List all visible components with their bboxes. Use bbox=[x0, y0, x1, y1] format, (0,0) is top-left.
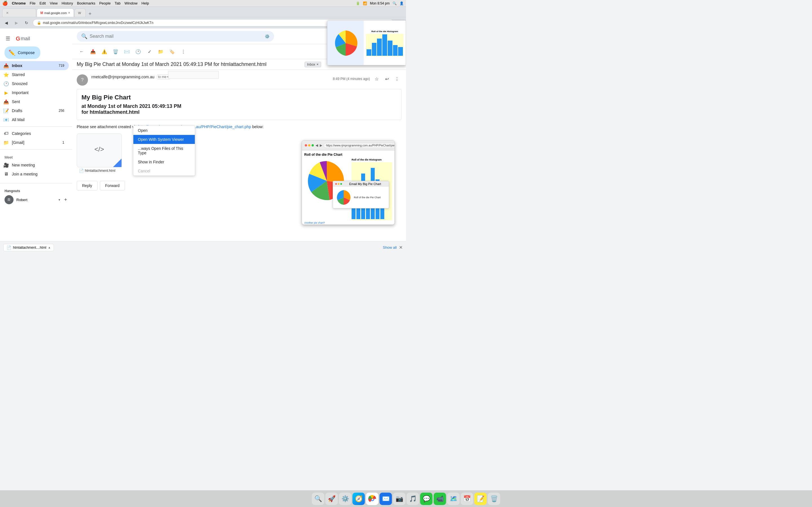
tab-close-btn[interactable]: ✕ bbox=[68, 11, 70, 14]
sidebar-item-categories[interactable]: 🏷 Categories bbox=[0, 129, 69, 138]
inbox-badge: 719 bbox=[59, 64, 64, 68]
inbox-tag-close[interactable]: ✕ bbox=[316, 63, 319, 66]
app-name[interactable]: Chrome bbox=[12, 1, 26, 5]
search-bar[interactable]: 🔍 ⚙️ bbox=[77, 31, 274, 42]
menu-tab[interactable]: Tab bbox=[114, 1, 120, 5]
gmail-folder-label: [Gmail] bbox=[12, 140, 59, 145]
compose-button[interactable]: ✏️ Compose bbox=[4, 47, 40, 59]
menu-help[interactable]: Help bbox=[142, 1, 149, 5]
tab-gmail[interactable]: M mail.google.com ✕ bbox=[37, 8, 74, 17]
sidebar-item-drafts[interactable]: 📝 Drafts 256 bbox=[0, 106, 69, 115]
move-to-button[interactable]: 📁 bbox=[156, 47, 166, 57]
refresh-button[interactable]: ↻ bbox=[22, 19, 31, 27]
email-big-title: My Big Pie Chart bbox=[82, 94, 397, 101]
menu-edit[interactable]: Edit bbox=[40, 1, 46, 5]
sidebar-item-inbox[interactable]: 📥 Inbox 719 bbox=[0, 61, 69, 70]
safari-window-header: ◀ ▶ https://www.rjmprogramming.com.au/PH… bbox=[302, 140, 395, 151]
tab-close-icon[interactable]: ✕ bbox=[2, 8, 36, 17]
more-actions-button[interactable]: ⋮ bbox=[393, 74, 402, 83]
apple-menu[interactable]: 🍎 bbox=[2, 1, 8, 6]
download-item[interactable]: 📄 htmlattachment....html ▲ bbox=[3, 244, 54, 251]
sidebar-item-join-meeting[interactable]: 🖥 Join a meeting bbox=[0, 170, 69, 179]
sidebar-item-gmail-folder[interactable]: 📁 [Gmail] 1 bbox=[0, 138, 69, 147]
attachment-name: htmlattachment.html bbox=[85, 169, 115, 173]
hangout-name: Robert bbox=[16, 198, 55, 202]
back-button[interactable]: ◀ bbox=[2, 19, 10, 27]
sidebar-item-all-mail[interactable]: 📧 All Mail bbox=[0, 115, 69, 124]
context-menu-always-open[interactable]: ...ways Open Files of This Type bbox=[133, 144, 195, 158]
tab-extra[interactable]: W bbox=[74, 8, 86, 17]
more-button[interactable]: ⋮ bbox=[178, 47, 188, 57]
reply-input[interactable] bbox=[168, 71, 219, 79]
hamburger-button[interactable]: ☰ bbox=[2, 33, 13, 44]
gmail-logo-text: mail bbox=[21, 36, 30, 42]
menu-bookmarks[interactable]: Bookmarks bbox=[77, 1, 95, 5]
bottom-bar-close-button[interactable]: ✕ bbox=[399, 245, 403, 250]
drafts-icon: 📝 bbox=[3, 108, 9, 114]
safari-url-bar[interactable]: https://www.rjmprogramming.com.au/PHP/Pi… bbox=[324, 143, 395, 148]
drafts-badge: 256 bbox=[59, 109, 64, 113]
search-input[interactable] bbox=[90, 34, 262, 39]
safari-fwd-btn[interactable]: ▶ bbox=[320, 144, 322, 147]
gmail-tab-icon: M bbox=[40, 11, 43, 15]
menu-file[interactable]: File bbox=[30, 1, 36, 5]
menu-people[interactable]: People bbox=[99, 1, 110, 5]
menu-history[interactable]: History bbox=[61, 1, 73, 5]
download-file-icon: 📄 bbox=[6, 245, 11, 250]
show-all-button[interactable]: Show all bbox=[383, 245, 397, 249]
video-icon: 🎥 bbox=[3, 163, 9, 168]
hangout-avatar: R bbox=[4, 195, 13, 204]
inbox-tag-label: Inbox bbox=[307, 62, 315, 66]
context-menu-show-finder[interactable]: Show in Finder bbox=[133, 158, 195, 166]
menu-window[interactable]: Window bbox=[124, 1, 137, 5]
hangout-status-icon: ▼ bbox=[58, 198, 61, 202]
sidebar-item-starred[interactable]: ⭐ Starred bbox=[0, 70, 69, 79]
star-email-button[interactable]: ☆ bbox=[372, 74, 381, 83]
reply-button[interactable]: ↩ bbox=[382, 74, 391, 83]
forward-email-button[interactable]: Forward bbox=[100, 181, 125, 190]
pie-slice-1 bbox=[327, 161, 344, 184]
code-icon: </> bbox=[94, 145, 104, 153]
hist-bar-1 bbox=[352, 208, 356, 219]
sidebar-item-sent[interactable]: 📤 Sent bbox=[0, 97, 69, 106]
safari-dots bbox=[305, 144, 314, 147]
hangout-user-row[interactable]: R Robert ▼ + bbox=[0, 194, 72, 205]
safari-dot-minimize[interactable] bbox=[308, 144, 310, 147]
inbox-tag[interactable]: Inbox ✕ bbox=[305, 62, 321, 67]
sidebar-item-important[interactable]: ▶ Important bbox=[0, 88, 69, 97]
context-menu-open[interactable]: Open bbox=[133, 126, 195, 135]
label-button[interactable]: 🏷️ bbox=[167, 47, 177, 57]
inbox-icon: 📥 bbox=[3, 63, 9, 68]
thumb-bars bbox=[366, 34, 403, 56]
sidebar-item-new-meeting[interactable]: 🎥 New meeting bbox=[0, 161, 69, 170]
attachment-preview[interactable]: </> bbox=[77, 133, 122, 167]
safari-dot-close[interactable] bbox=[305, 144, 307, 147]
mark-unread-button[interactable]: ✉️ bbox=[122, 47, 132, 57]
important-label: Important bbox=[12, 91, 64, 95]
reply-email-button[interactable]: Reply bbox=[77, 181, 98, 190]
forward-button[interactable]: ▶ bbox=[12, 19, 20, 27]
email-subject: My Big Pie Chart at Monday 1st of March … bbox=[77, 61, 302, 67]
search-menu-icon[interactable]: 🔍 bbox=[393, 1, 397, 5]
another-chart-link[interactable]: Another pie chart? bbox=[304, 221, 392, 224]
add-hangout-button[interactable]: + bbox=[63, 196, 68, 203]
back-to-inbox-button[interactable]: ← bbox=[77, 47, 87, 57]
categories-icon: 🏷 bbox=[3, 131, 9, 136]
sidebar-item-snoozed[interactable]: 🕐 Snoozed bbox=[0, 79, 69, 88]
gmail-folder-icon: 📁 bbox=[3, 140, 9, 145]
safari-dot-maximize[interactable] bbox=[312, 144, 314, 147]
new-tab-button[interactable]: + bbox=[86, 11, 94, 17]
snooze-button[interactable]: 🕐 bbox=[133, 47, 143, 57]
task-button[interactable]: ✓ bbox=[144, 47, 154, 57]
context-menu-open-viewer[interactable]: Open With System Viewer bbox=[133, 135, 195, 144]
context-menu-cancel[interactable]: Cancel bbox=[133, 166, 195, 175]
gmail-logo-icon: G bbox=[16, 36, 20, 42]
safari-back-btn[interactable]: ◀ bbox=[315, 144, 318, 147]
compose-icon: ✏️ bbox=[8, 49, 15, 56]
archive-button[interactable]: 📥 bbox=[88, 47, 98, 57]
report-spam-button[interactable]: ⚠️ bbox=[99, 47, 109, 57]
delete-button[interactable]: 🗑️ bbox=[110, 47, 121, 57]
search-options-icon[interactable]: ⚙️ bbox=[265, 34, 269, 39]
tab-extra-label: W bbox=[78, 11, 81, 15]
menu-view[interactable]: View bbox=[50, 1, 57, 5]
